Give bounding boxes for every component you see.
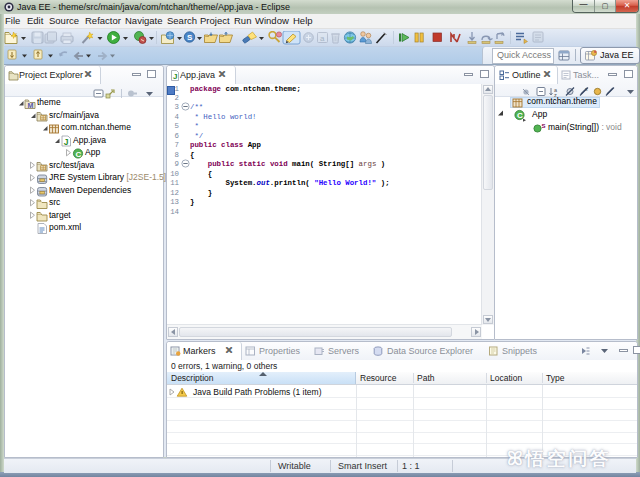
svg-text:C: C	[76, 150, 82, 159]
svg-text:S: S	[187, 33, 193, 42]
svg-text:J: J	[173, 72, 177, 81]
svg-text:M: M	[28, 102, 34, 109]
svg-text:J: J	[64, 137, 69, 147]
svg-text:S: S	[542, 123, 546, 129]
svg-text:C: C	[517, 111, 523, 120]
svg-text:a: a	[320, 34, 325, 43]
